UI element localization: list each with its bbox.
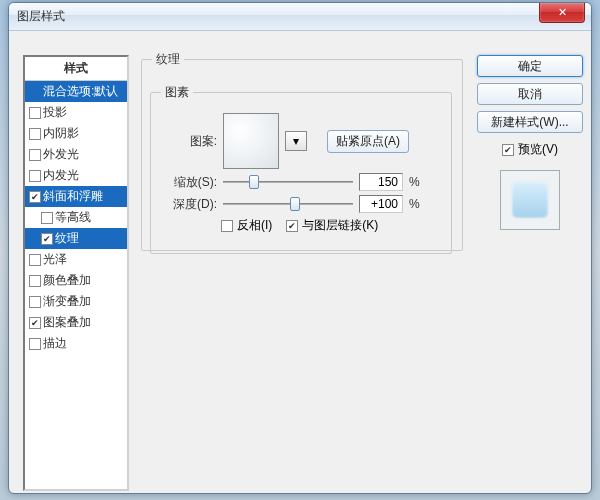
checkbox-icon[interactable] — [29, 107, 41, 119]
checkbox-icon[interactable] — [29, 149, 41, 161]
style-row-9[interactable]: 渐变叠加 — [25, 291, 127, 312]
checkbox-icon[interactable] — [29, 254, 41, 266]
snap-to-origin-button[interactable]: 贴紧原点(A) — [327, 130, 409, 153]
style-label: 渐变叠加 — [43, 293, 91, 310]
style-label: 外发光 — [43, 146, 79, 163]
close-button[interactable]: ✕ — [539, 3, 585, 23]
texture-fieldset: 纹理 图素 图案: ▾ 贴紧原点(A) 缩放(S): — [141, 51, 463, 251]
scale-unit: % — [409, 175, 423, 189]
checkbox-icon[interactable] — [29, 296, 41, 308]
style-row-3[interactable]: 内发光 — [25, 165, 127, 186]
close-icon: ✕ — [558, 6, 567, 18]
invert-label: 反相(I) — [237, 217, 272, 234]
slider-thumb[interactable] — [290, 197, 300, 211]
style-label: 纹理 — [55, 230, 79, 247]
style-label: 描边 — [43, 335, 67, 352]
new-style-button[interactable]: 新建样式(W)... — [477, 111, 583, 133]
pattern-label: 图案: — [161, 133, 217, 150]
dialog-window: 图层样式 ✕ 样式 混合选项:默认 投影内阴影外发光内发光斜面和浮雕等高线纹理光… — [8, 2, 592, 494]
checkbox-icon — [221, 220, 233, 232]
style-row-7[interactable]: 光泽 — [25, 249, 127, 270]
style-row-1[interactable]: 内阴影 — [25, 123, 127, 144]
style-row-10[interactable]: 图案叠加 — [25, 312, 127, 333]
preview-inner — [512, 182, 548, 218]
blending-options-row[interactable]: 混合选项:默认 — [25, 81, 127, 102]
checkbox-icon[interactable] — [29, 275, 41, 287]
chevron-down-icon: ▾ — [293, 134, 299, 148]
pattern-swatch[interactable] — [223, 113, 279, 169]
scale-slider[interactable] — [223, 173, 353, 191]
style-row-0[interactable]: 投影 — [25, 102, 127, 123]
right-button-column: 确定 取消 新建样式(W)... 预览(V) — [477, 55, 583, 230]
styles-header: 样式 — [25, 57, 127, 81]
depth-slider[interactable] — [223, 195, 353, 213]
pattern-dropdown-button[interactable]: ▾ — [285, 131, 307, 151]
checkbox-icon[interactable] — [29, 128, 41, 140]
element-legend: 图素 — [161, 84, 193, 101]
checkbox-icon[interactable] — [29, 170, 41, 182]
style-label: 颜色叠加 — [43, 272, 91, 289]
slider-track — [223, 203, 353, 205]
blending-options-label: 混合选项:默认 — [43, 83, 118, 100]
checkbox-icon — [502, 144, 514, 156]
checkbox-icon[interactable] — [29, 191, 41, 203]
titlebar[interactable]: 图层样式 ✕ — [9, 3, 591, 31]
style-row-4[interactable]: 斜面和浮雕 — [25, 186, 127, 207]
preview-swatch — [500, 170, 560, 230]
dialog-content: 样式 混合选项:默认 投影内阴影外发光内发光斜面和浮雕等高线纹理光泽颜色叠加渐变… — [17, 39, 583, 485]
ok-button[interactable]: 确定 — [477, 55, 583, 77]
styles-list-panel: 样式 混合选项:默认 投影内阴影外发光内发光斜面和浮雕等高线纹理光泽颜色叠加渐变… — [23, 55, 129, 491]
checkbox-icon — [286, 220, 298, 232]
invert-checkbox[interactable]: 反相(I) — [221, 217, 272, 234]
scale-label: 缩放(S): — [161, 174, 217, 191]
depth-label: 深度(D): — [161, 196, 217, 213]
style-row-11[interactable]: 描边 — [25, 333, 127, 354]
style-label: 斜面和浮雕 — [43, 188, 103, 205]
style-label: 图案叠加 — [43, 314, 91, 331]
style-label: 内发光 — [43, 167, 79, 184]
texture-legend: 纹理 — [152, 51, 184, 68]
preview-label: 预览(V) — [518, 141, 558, 158]
depth-input[interactable] — [359, 195, 403, 213]
scale-input[interactable] — [359, 173, 403, 191]
checkbox-icon[interactable] — [41, 212, 53, 224]
checkbox-icon[interactable] — [29, 338, 41, 350]
cancel-button[interactable]: 取消 — [477, 83, 583, 105]
style-label: 光泽 — [43, 251, 67, 268]
style-row-8[interactable]: 颜色叠加 — [25, 270, 127, 291]
style-label: 等高线 — [55, 209, 91, 226]
preview-checkbox[interactable]: 预览(V) — [477, 141, 583, 158]
checkbox-icon[interactable] — [29, 317, 41, 329]
depth-unit: % — [409, 197, 423, 211]
slider-track — [223, 181, 353, 183]
style-label: 内阴影 — [43, 125, 79, 142]
style-label: 投影 — [43, 104, 67, 121]
link-label: 与图层链接(K) — [302, 217, 378, 234]
style-row-6[interactable]: 纹理 — [25, 228, 127, 249]
checkbox-icon[interactable] — [41, 233, 53, 245]
element-fieldset: 图素 图案: ▾ 贴紧原点(A) 缩放(S): — [150, 84, 452, 254]
style-row-5[interactable]: 等高线 — [25, 207, 127, 228]
slider-thumb[interactable] — [249, 175, 259, 189]
link-with-layer-checkbox[interactable]: 与图层链接(K) — [286, 217, 378, 234]
window-title: 图层样式 — [17, 8, 65, 25]
style-row-2[interactable]: 外发光 — [25, 144, 127, 165]
